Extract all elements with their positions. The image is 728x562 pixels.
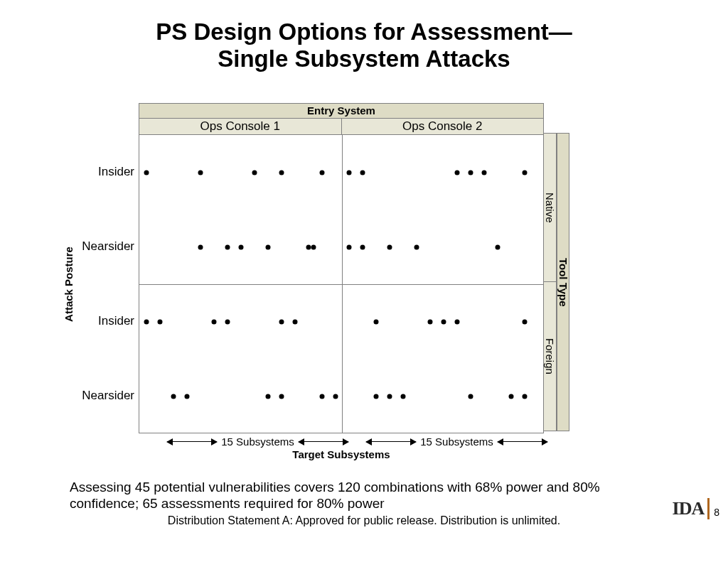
data-point (306, 244, 311, 249)
data-point (360, 170, 365, 175)
slide-title: PS Design Options for Assessment— Single… (0, 0, 728, 72)
data-point (198, 244, 203, 249)
data-point (333, 394, 338, 399)
subsystems-left-label: 15 Subsystems (221, 436, 294, 448)
data-point (481, 170, 486, 175)
data-point (508, 394, 513, 399)
data-point (468, 170, 473, 175)
data-point (265, 244, 270, 249)
ida-logo: IDA (673, 498, 710, 519)
column-headers: Entry System Ops Console 1 Ops Console 2 (139, 103, 544, 135)
data-point (211, 319, 216, 324)
assessment-note: Assessing 45 potential vulnerabilities c… (70, 479, 638, 512)
data-point (346, 244, 351, 249)
data-point (454, 170, 459, 175)
v-divider (342, 135, 343, 433)
data-point (454, 319, 459, 324)
data-point (522, 170, 527, 175)
chart-container: Entry System Ops Console 1 Ops Console 2… (71, 103, 569, 433)
row-label-insider-native: Insider (98, 165, 134, 179)
y-axis-title: Attack Posture (63, 247, 75, 322)
data-point (360, 244, 365, 249)
data-point (238, 244, 243, 249)
double-arrow-icon (498, 441, 547, 442)
row-label-nearsider-foreign: Nearsider (82, 389, 134, 403)
distribution-statement: Distribution Statement A: Approved for p… (0, 514, 728, 527)
x-axis-annotations: 15 Subsystems 15 Subsystems Target Subsy… (139, 434, 544, 460)
footer-logo-block: IDA 8 (673, 498, 719, 519)
header-entry-system: Entry System (139, 103, 544, 119)
page-number: 8 (714, 507, 719, 519)
data-point (373, 394, 378, 399)
data-point (279, 319, 284, 324)
title-line-2: Single Subsystem Attacks (0, 45, 728, 72)
data-point (522, 319, 527, 324)
subsystems-span-right: 15 Subsystems (366, 434, 547, 448)
data-point (495, 244, 500, 249)
double-arrow-icon (299, 441, 348, 442)
data-point (319, 170, 324, 175)
data-point (198, 170, 203, 175)
data-point (252, 170, 257, 175)
header-ops-console-1: Ops Console 1 (139, 119, 341, 134)
data-point (522, 394, 527, 399)
data-point (468, 394, 473, 399)
double-arrow-icon (366, 441, 416, 442)
data-point (311, 244, 316, 249)
data-point (265, 394, 270, 399)
double-arrow-icon (167, 441, 217, 442)
data-point (400, 394, 405, 399)
data-point (441, 319, 446, 324)
data-point (157, 319, 162, 324)
data-point (292, 319, 297, 324)
data-point (171, 394, 176, 399)
subsystems-right-label: 15 Subsystems (420, 436, 493, 448)
data-point (414, 244, 419, 249)
data-point (346, 170, 351, 175)
data-point (279, 394, 284, 399)
x-axis-title: Target Subsystems (139, 448, 544, 460)
data-point (225, 319, 230, 324)
h-divider (139, 284, 543, 285)
data-point (387, 244, 392, 249)
strip-native: Native (544, 133, 557, 282)
data-point (373, 319, 378, 324)
data-point (144, 319, 149, 324)
row-label-nearsider-native: Nearsider (82, 239, 134, 254)
title-line-1: PS Design Options for Assessment— (0, 18, 728, 45)
plot-area (139, 135, 544, 433)
tool-type-strips: Native Foreign Tool Type (544, 133, 569, 431)
data-point (279, 170, 284, 175)
strip-tool-type: Tool Type (557, 133, 569, 431)
data-point (427, 319, 432, 324)
data-point (319, 394, 324, 399)
data-point (144, 170, 149, 175)
subsystems-span-left: 15 Subsystems (167, 434, 348, 448)
data-point (225, 244, 230, 249)
header-ops-console-2: Ops Console 2 (341, 119, 544, 134)
strip-foreign: Foreign (544, 282, 557, 431)
data-point (387, 394, 392, 399)
data-point (184, 394, 189, 399)
row-label-insider-foreign: Insider (98, 314, 134, 328)
